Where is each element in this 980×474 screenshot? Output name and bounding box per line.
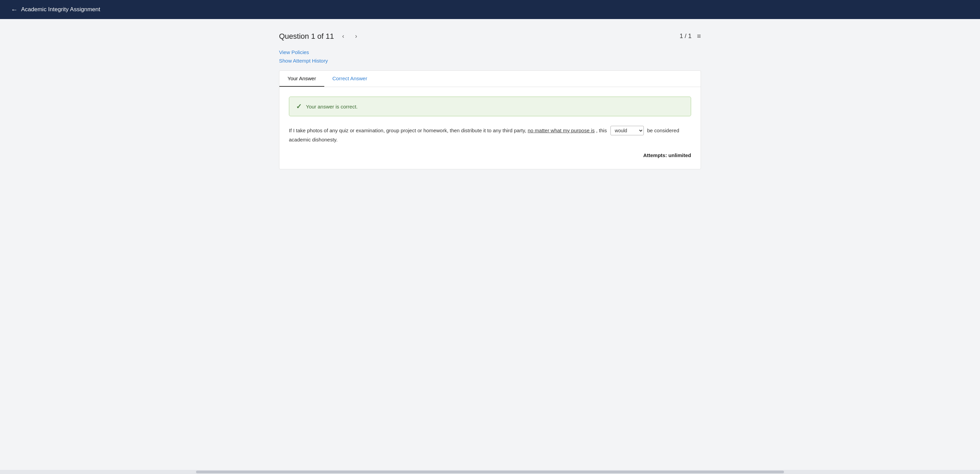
scrollbar-thumb: [196, 471, 784, 473]
tabs-container: Your Answer Correct Answer ✓ Your answer…: [279, 70, 701, 169]
correct-answer-banner: ✓ Your answer is correct.: [289, 97, 691, 116]
links-section: View Policies Show Attempt History: [279, 49, 701, 63]
tab-your-answer[interactable]: Your Answer: [279, 71, 324, 87]
score-display: 1 / 1: [679, 33, 692, 40]
tabs-header: Your Answer Correct Answer: [279, 71, 701, 87]
question-part2: , this: [596, 127, 607, 133]
attempts-row: Attempts: unlimited: [289, 152, 691, 158]
view-policies-link[interactable]: View Policies: [279, 49, 701, 55]
question-nav: Question 1 of 11 ‹ ›: [279, 31, 360, 41]
attempts-label: Attempts: unlimited: [643, 152, 691, 158]
question-header: Question 1 of 11 ‹ › 1 / 1 ≡: [279, 31, 701, 41]
question-body: If I take photos of any quiz or examinat…: [289, 126, 691, 144]
tab-correct-answer[interactable]: Correct Answer: [324, 71, 375, 87]
back-arrow-icon: ←: [11, 6, 18, 14]
bottom-scrollbar[interactable]: [0, 470, 980, 474]
top-nav: ← Academic Integrity Assignment: [0, 0, 980, 19]
correct-answer-text: Your answer is correct.: [306, 104, 358, 109]
show-attempt-history-link[interactable]: Show Attempt History: [279, 58, 701, 63]
answer-dropdown[interactable]: would would not: [611, 126, 644, 135]
back-button[interactable]: ← Academic Integrity Assignment: [11, 6, 100, 14]
checkmark-icon: ✓: [296, 102, 302, 111]
score-area: 1 / 1 ≡: [679, 32, 701, 40]
question-title: Question 1 of 11: [279, 32, 334, 41]
question-part1: If I take photos of any quiz or examinat…: [289, 127, 527, 133]
question-underline: no matter what my purpose is: [528, 127, 595, 133]
list-icon[interactable]: ≡: [697, 32, 701, 40]
main-content: Question 1 of 11 ‹ › 1 / 1 ≡ View Polici…: [266, 19, 714, 182]
next-question-button[interactable]: ›: [352, 31, 360, 41]
nav-title: Academic Integrity Assignment: [21, 6, 100, 13]
prev-question-button[interactable]: ‹: [339, 31, 347, 41]
tab-content-your-answer: ✓ Your answer is correct. If I take phot…: [279, 87, 701, 169]
